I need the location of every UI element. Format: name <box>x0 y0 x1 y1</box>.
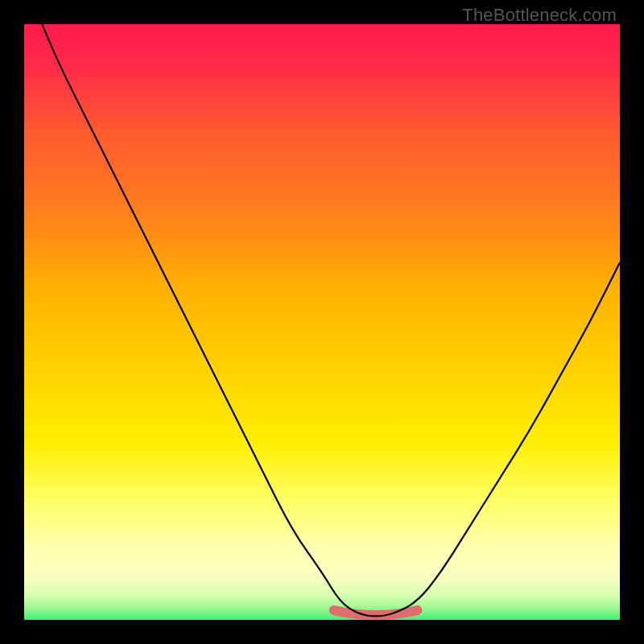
curve-layer <box>24 24 620 620</box>
chart-frame: { "watermark": "TheBottleneck.com", "col… <box>0 0 644 644</box>
highlight-segment <box>334 610 418 615</box>
watermark-text: TheBottleneck.com <box>462 5 617 26</box>
bottleneck-curve <box>42 24 620 616</box>
plot-area <box>24 24 620 620</box>
